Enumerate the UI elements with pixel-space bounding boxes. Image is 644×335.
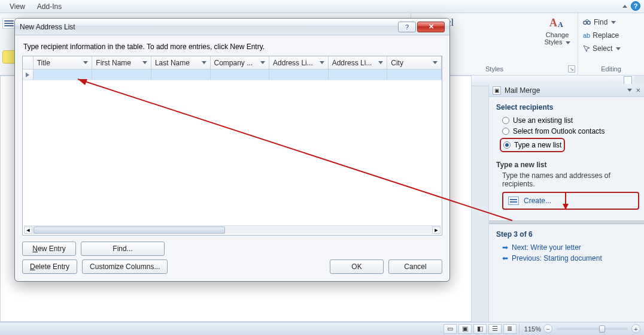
radio-icon	[503, 141, 511, 149]
view-draft-icon[interactable]: ≣	[503, 324, 517, 334]
radio-existing-list[interactable]: Use an existing list	[502, 116, 639, 125]
select-recipients-heading: Select recipients	[496, 103, 639, 111]
view-print-layout-icon[interactable]: ▭	[443, 324, 457, 334]
grid-cell[interactable]	[211, 70, 270, 80]
grid-horizontal-scrollbar[interactable]: ◄ ►	[24, 225, 441, 234]
scroll-left-icon[interactable]: ◄	[24, 227, 32, 234]
menu-addins[interactable]: Add-Ins	[31, 1, 68, 12]
type-new-list-description: Type the names and addresses of recipien…	[502, 171, 639, 188]
zoom-in-button[interactable]: +	[631, 324, 640, 333]
grid-column-header[interactable]: First Name	[92, 56, 151, 69]
delete-entry-button[interactable]: Delete Entry	[22, 259, 77, 274]
dialog-close-button[interactable]: ✕	[417, 22, 445, 32]
zoom-out-button[interactable]: −	[543, 324, 552, 333]
grid-column-header[interactable]: Company ...	[211, 56, 270, 69]
view-full-screen-icon[interactable]: ▣	[458, 324, 472, 334]
grid-column-header[interactable]: Address Li...	[329, 56, 388, 69]
help-icon[interactable]: ?	[631, 1, 640, 11]
minimize-ribbon-icon[interactable]	[622, 5, 627, 8]
scroll-right-icon[interactable]: ►	[432, 227, 441, 234]
address-list-grid[interactable]: TitleFirst NameLast NameCompany ...Addre…	[22, 56, 442, 236]
menu-view[interactable]: View	[4, 1, 31, 12]
menu-bar: View Add-Ins ?	[0, 0, 644, 13]
change-styles-icon: AA	[548, 17, 566, 30]
grid-column-header[interactable]: Address Li...	[269, 56, 329, 69]
arrow-left-icon: ⬅	[502, 254, 508, 262]
zoom-percentage[interactable]: 115%	[524, 325, 541, 333]
chevron-down-icon[interactable]	[83, 61, 88, 64]
grid-column-header[interactable]: City	[387, 56, 442, 69]
zoom-slider-thumb[interactable]	[599, 325, 605, 333]
radio-icon	[502, 117, 509, 124]
previous-step-link[interactable]: ⬅ Previous: Starting document	[502, 254, 639, 262]
grid-column-header[interactable]: Title	[34, 56, 93, 69]
view-web-layout-icon[interactable]: ◧	[473, 324, 487, 334]
styles-dialog-launcher-icon[interactable]: ↘	[568, 65, 575, 73]
grid-cell[interactable]	[269, 70, 329, 80]
grid-cell[interactable]	[329, 70, 388, 80]
grid-cell[interactable]	[34, 70, 93, 80]
new-address-list-dialog: New Address List ? ✕ Type recipient info…	[14, 18, 450, 282]
create-list-icon	[508, 197, 519, 205]
new-entry-button[interactable]: New Entry	[22, 242, 76, 256]
find-icon	[583, 18, 591, 26]
customize-columns-button[interactable]: Customize Columns...	[82, 259, 168, 274]
grid-cell[interactable]	[151, 70, 211, 80]
replace-button[interactable]: ab Replace	[583, 29, 640, 42]
radio-type-new-list[interactable]: Type a new list	[503, 141, 561, 149]
editing-group: Find ab Replace Select Editing	[578, 13, 644, 75]
step-heading: Step 3 of 6	[496, 230, 639, 239]
radio-newlist-label: Type a new list	[514, 141, 561, 149]
replace-icon: ab	[583, 32, 590, 39]
view-outline-icon[interactable]: ☰	[488, 324, 502, 334]
chevron-down-icon[interactable]	[142, 61, 147, 64]
radio-icon	[502, 128, 509, 135]
dialog-titlebar[interactable]: New Address List ? ✕	[15, 19, 449, 35]
help-icon: ?	[405, 23, 409, 31]
ok-button[interactable]: OK	[330, 259, 384, 274]
dialog-instruction: Type recipient information in the table.…	[23, 43, 442, 51]
chevron-down-icon[interactable]	[433, 61, 438, 64]
bullets-icon[interactable]	[2, 18, 16, 29]
task-pane-header: ▣ Mail Merge ×	[489, 84, 644, 97]
grid-cell[interactable]	[387, 70, 442, 80]
chevron-down-icon[interactable]	[320, 61, 324, 64]
type-new-list-heading: Type a new list	[496, 161, 639, 169]
ruler-toggle-icon[interactable]	[624, 76, 632, 84]
editing-group-label: Editing	[578, 65, 644, 73]
dialog-help-button[interactable]: ?	[398, 22, 416, 32]
close-icon: ✕	[429, 23, 434, 31]
arrow-right-icon: ➡	[502, 243, 508, 252]
mail-merge-pane: ▣ Mail Merge × Select recipients Use an …	[488, 84, 644, 322]
cancel-button[interactable]: Cancel	[388, 259, 442, 274]
radio-existing-label: Use an existing list	[513, 116, 573, 125]
pane-divider[interactable]	[489, 221, 644, 224]
taskpane-menu-icon[interactable]	[627, 89, 632, 92]
grid-cell[interactable]	[92, 70, 151, 80]
status-bar: ▭ ▣ ◧ ☰ ≣ 115% − +	[0, 322, 644, 335]
scrollbar-thumb[interactable]	[34, 227, 225, 234]
grid-column-header[interactable]: Last Name	[151, 56, 211, 69]
radio-outlook-label: Select from Outlook contacts	[513, 127, 604, 135]
chevron-down-icon[interactable]	[378, 61, 383, 64]
task-pane-title: Mail Merge	[505, 86, 540, 95]
taskpane-switch-icon[interactable]: ▣	[493, 86, 501, 95]
taskpane-close-icon[interactable]: ×	[636, 86, 640, 95]
create-button[interactable]: Create...	[502, 192, 639, 210]
find-button[interactable]: Find...	[81, 242, 165, 256]
svg-point-0	[584, 21, 587, 24]
chevron-down-icon[interactable]	[202, 61, 206, 64]
next-step-link[interactable]: ➡ Next: Write your letter	[502, 243, 639, 252]
dialog-title: New Address List	[20, 23, 75, 31]
select-button[interactable]: Select	[583, 42, 640, 55]
create-link[interactable]: Create...	[524, 197, 551, 205]
find-button[interactable]: Find	[583, 16, 640, 29]
zoom-slider[interactable]	[556, 328, 628, 330]
chevron-down-icon[interactable]	[260, 61, 265, 64]
change-styles-button[interactable]: AA Change Styles	[542, 17, 573, 46]
select-icon	[583, 45, 590, 52]
svg-point-1	[587, 21, 590, 24]
grid-current-row-indicator	[23, 70, 34, 80]
grid-row-header	[23, 56, 34, 69]
radio-outlook-contacts[interactable]: Select from Outlook contacts	[502, 127, 639, 135]
